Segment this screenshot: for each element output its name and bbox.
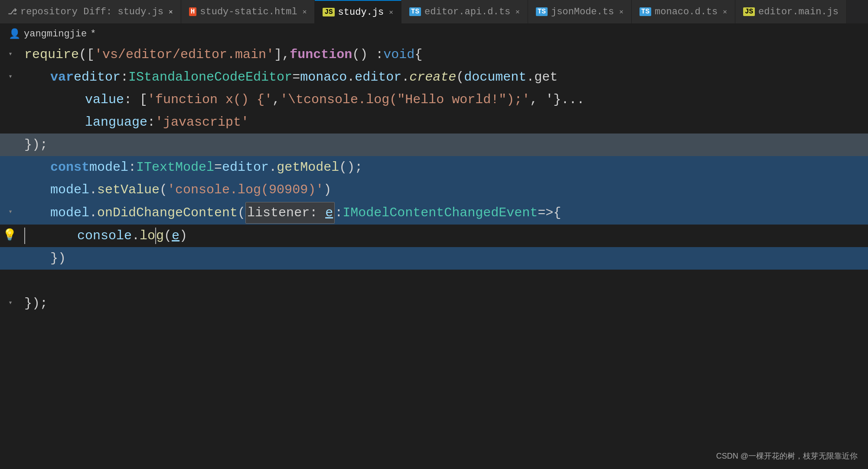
code-line-11	[0, 270, 868, 292]
close-icon[interactable]: ✕	[619, 7, 623, 16]
fold-icon-12[interactable]: ▾	[8, 298, 13, 309]
tab-label: study.js	[338, 7, 384, 18]
gutter-2: ▾	[0, 66, 21, 88]
code-line-7: model.setValue('console.log(90909)')	[0, 179, 868, 201]
watermark: CSDN @一棵开花的树，枝芽无限靠近你	[716, 451, 858, 461]
line-4-content: language: 'javascript'	[21, 111, 868, 134]
code-line-9: 💡 console.log(e)	[0, 225, 868, 247]
tab-label: study-static.html	[200, 7, 297, 17]
gutter-5	[0, 134, 21, 156]
line-5-content: });	[21, 134, 868, 156]
tab-jsonmode-ts[interactable]: TS jsonMode.ts ✕	[528, 0, 632, 23]
line-9-content: console.log(e)	[21, 225, 868, 247]
gutter-12: ▾	[0, 292, 21, 315]
line-6-content: const model : ITextModel = editor.getMod…	[21, 156, 868, 179]
close-icon[interactable]: ✕	[723, 7, 727, 16]
close-icon[interactable]: ✕	[516, 7, 520, 16]
tab-repository-diff[interactable]: ⎇ repository Diff: study.js ✕	[0, 0, 181, 23]
gutter-11	[0, 270, 21, 292]
gutter-9: 💡	[0, 225, 21, 247]
tab-editor-api-d-ts[interactable]: TS editor.api.d.ts ✕	[401, 0, 528, 23]
tab-label: monaco.d.ts	[655, 7, 718, 17]
html-icon: H	[189, 7, 197, 16]
gutter-3	[0, 88, 21, 111]
ts-icon: TS	[409, 7, 421, 16]
code-line-1: ▾ require(['vs/editor/editor.main'], fun…	[0, 43, 868, 66]
code-line-6: const model : ITextModel = editor.getMod…	[0, 156, 868, 179]
tab-bar: ⎇ repository Diff: study.js ✕ H study-st…	[0, 0, 868, 24]
lightbulb-icon[interactable]: 💡	[3, 227, 16, 245]
gutter-1: ▾	[0, 43, 21, 66]
git-icon: ⎇	[8, 7, 17, 16]
modified-indicator: *	[90, 29, 96, 39]
line-3-content: value: ['function x() {', '\tconsole.log…	[21, 88, 868, 111]
gutter-6	[0, 156, 21, 179]
gutter-10	[0, 247, 21, 270]
line-8-content: model.onDidChangeContent( listener: e : …	[21, 201, 868, 225]
tab-label: repository Diff: study.js	[20, 7, 163, 17]
code-line-12: ▾ });	[0, 292, 868, 315]
line-7-content: model.setValue('console.log(90909)')	[21, 179, 868, 201]
code-area[interactable]: ▾ require(['vs/editor/editor.main'], fun…	[0, 43, 868, 315]
close-icon[interactable]: ✕	[389, 8, 393, 16]
js-icon: JS	[323, 8, 334, 16]
tab-label: editor.api.d.ts	[424, 7, 510, 17]
fn-require: require	[24, 44, 79, 65]
fold-icon-1[interactable]: ▾	[8, 49, 13, 60]
tab-editor-main-js[interactable]: JS editor.main.js	[735, 0, 847, 23]
tab-monaco-d-ts[interactable]: TS monaco.d.ts ✕	[632, 0, 735, 23]
code-line-3: value: ['function x() {', '\tconsole.log…	[0, 88, 868, 111]
tab-study-static-html[interactable]: H study-static.html ✕	[181, 0, 315, 23]
code-line-5: });	[0, 134, 868, 156]
fold-icon-8[interactable]: ▾	[8, 207, 13, 218]
line-2-content: var editor : IStandaloneCodeEditor = mon…	[21, 66, 868, 88]
username: yangmingjie	[24, 29, 87, 39]
fold-icon-2[interactable]: ▾	[8, 72, 13, 83]
gutter-4	[0, 111, 21, 134]
ts-icon: TS	[536, 7, 548, 16]
js-icon: JS	[743, 7, 755, 16]
user-bar: 👤 yangmingjie *	[0, 24, 868, 43]
editor-container: 👤 yangmingjie * ▾ require(['vs/editor/ed…	[0, 24, 868, 469]
close-icon[interactable]: ✕	[169, 7, 173, 16]
tab-label: editor.main.js	[758, 7, 839, 17]
line-10-content: })	[21, 247, 868, 270]
close-icon[interactable]: ✕	[303, 7, 307, 16]
gutter-7	[0, 179, 21, 201]
code-line-2: ▾ var editor : IStandaloneCodeEditor = m…	[0, 66, 868, 88]
ts-icon: TS	[640, 7, 651, 16]
line-11-content	[21, 270, 868, 292]
line-1-content: require(['vs/editor/editor.main'], funct…	[21, 43, 868, 66]
tab-study-js[interactable]: JS study.js ✕	[315, 0, 401, 23]
code-line-8: ▾ model.onDidChangeContent( listener: e …	[0, 201, 868, 225]
editor-main[interactable]: 👤 yangmingjie * ▾ require(['vs/editor/ed…	[0, 24, 868, 469]
code-line-10: })	[0, 247, 868, 270]
gutter-8: ▾	[0, 201, 21, 224]
user-icon: 👤	[9, 28, 20, 40]
code-line-4: language: 'javascript'	[0, 111, 868, 134]
tab-label: jsonMode.ts	[551, 7, 614, 17]
line-12-content: });	[21, 292, 868, 315]
